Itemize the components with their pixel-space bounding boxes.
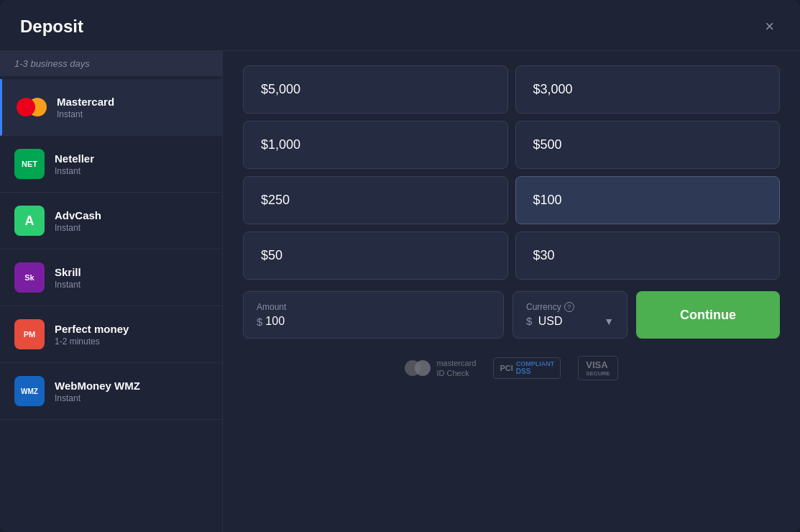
sidebar-item-perfectmoney-name: Perfect money	[55, 323, 129, 335]
sidebar-item-neteller-info: Neteller Instant	[55, 152, 94, 176]
chevron-down-icon: ▼	[604, 316, 614, 327]
amount-label: Amount	[257, 302, 490, 312]
amount-btn-250[interactable]: $250	[243, 176, 508, 224]
close-button[interactable]: ×	[759, 16, 780, 37]
modal-body: 1-3 business days Mastercard Instant NET	[0, 51, 800, 532]
compliant-text: COMPLIANT	[516, 361, 555, 368]
sidebar-item-advcash[interactable]: A AdvCash Instant	[0, 193, 222, 249]
sidebar-item-mastercard-info: Mastercard Instant	[57, 96, 114, 119]
amount-btn-3000[interactable]: $3,000	[515, 65, 781, 114]
amount-input[interactable]	[265, 315, 490, 328]
webmoney-icon: WMZ	[14, 376, 45, 406]
sidebar-top-hint: 1-3 business days	[0, 51, 222, 76]
sidebar-item-advcash-sub: Instant	[55, 223, 101, 233]
amount-btn-50[interactable]: $50	[243, 231, 508, 280]
main-content: $5,000 $3,000 $1,000 $500 $250 $100 $50 …	[223, 51, 800, 532]
sidebar-item-neteller-sub: Instant	[55, 166, 94, 176]
sidebar-item-skrill-name: Skrill	[55, 266, 81, 278]
mastercard-circles-icon	[405, 360, 431, 376]
sidebar-item-perfectmoney-info: Perfect money 1-2 minutes	[55, 323, 129, 347]
skrill-icon: Sk	[14, 262, 45, 293]
sidebar-item-neteller-name: Neteller	[55, 152, 94, 165]
sidebar-item-skrill[interactable]: Sk Skrill Instant	[0, 249, 222, 306]
perfectmoney-icon: PM	[14, 319, 45, 349]
visa-secure-text: SECURE	[586, 370, 610, 377]
currency-value-text: USD	[538, 315, 563, 327]
neteller-icon: NET	[14, 149, 45, 179]
mastercard-icon	[17, 92, 47, 122]
deposit-modal: Deposit × 1-3 business days Mastercard I…	[0, 0, 800, 532]
currency-field[interactable]: Currency ? $ USD ▼	[512, 291, 627, 339]
amount-input-row: Amount $ Currency ? $ USD	[243, 291, 780, 339]
amount-prefix: $	[257, 316, 262, 328]
modal-title: Deposit	[20, 17, 83, 37]
sidebar-item-mastercard-sub: Instant	[57, 109, 114, 119]
sidebar-item-advcash-info: AdvCash Instant	[55, 209, 101, 233]
sidebar-item-perfectmoney-sub: 1-2 minutes	[55, 336, 129, 347]
currency-label: Currency ?	[526, 302, 614, 312]
sidebar-item-webmoney[interactable]: WMZ WebMoney WMZ Instant	[0, 363, 222, 420]
mastercard-id-check-badge: mastercardID Check	[405, 358, 476, 379]
amount-grid: $5,000 $3,000 $1,000 $500 $250 $100 $50 …	[243, 65, 780, 280]
dss-text: DSS	[516, 367, 555, 375]
sidebar-item-perfectmoney[interactable]: PM Perfect money 1-2 minutes	[0, 306, 222, 363]
currency-help-icon: ?	[564, 302, 574, 312]
continue-button[interactable]: Continue	[636, 291, 780, 339]
amount-btn-100[interactable]: $100	[515, 176, 781, 224]
sidebar-item-webmoney-info: WebMoney WMZ Instant	[55, 380, 140, 403]
visa-badge: VISA SECURE	[578, 356, 617, 380]
sidebar-item-skrill-info: Skrill Instant	[55, 266, 81, 290]
currency-value: $ USD ▼	[526, 315, 614, 328]
security-badges: mastercardID Check PCI COMPLIANT DSS VIS…	[243, 356, 780, 380]
visa-text: VISA	[586, 359, 607, 370]
sidebar-item-mastercard-name: Mastercard	[57, 96, 114, 108]
amount-btn-5000[interactable]: $5,000	[243, 65, 508, 114]
pci-dss-badge: PCI COMPLIANT DSS	[493, 357, 561, 380]
currency-label-text: Currency	[526, 302, 561, 312]
sidebar: 1-3 business days Mastercard Instant NET	[0, 51, 223, 532]
modal-header: Deposit ×	[0, 0, 800, 51]
amount-field-inner: $	[257, 315, 490, 328]
sidebar-item-mastercard[interactable]: Mastercard Instant	[0, 79, 222, 136]
mastercard-id-check-text: mastercardID Check	[436, 358, 476, 379]
amount-btn-30[interactable]: $30	[515, 231, 781, 280]
sidebar-item-advcash-name: AdvCash	[55, 209, 101, 221]
sidebar-item-skrill-sub: Instant	[55, 280, 81, 290]
pci-text: PCI	[500, 364, 512, 372]
sidebar-item-webmoney-sub: Instant	[55, 393, 140, 403]
advcash-icon: A	[14, 206, 45, 236]
sidebar-item-neteller[interactable]: NET Neteller Instant	[0, 136, 222, 193]
amount-btn-1000[interactable]: $1,000	[243, 121, 508, 169]
pci-dss-stack: COMPLIANT DSS	[516, 361, 555, 376]
amount-btn-500[interactable]: $500	[515, 121, 781, 169]
sidebar-item-webmoney-name: WebMoney WMZ	[55, 380, 140, 392]
amount-field: Amount $	[243, 291, 504, 339]
currency-dollar-sign: $	[526, 315, 532, 327]
